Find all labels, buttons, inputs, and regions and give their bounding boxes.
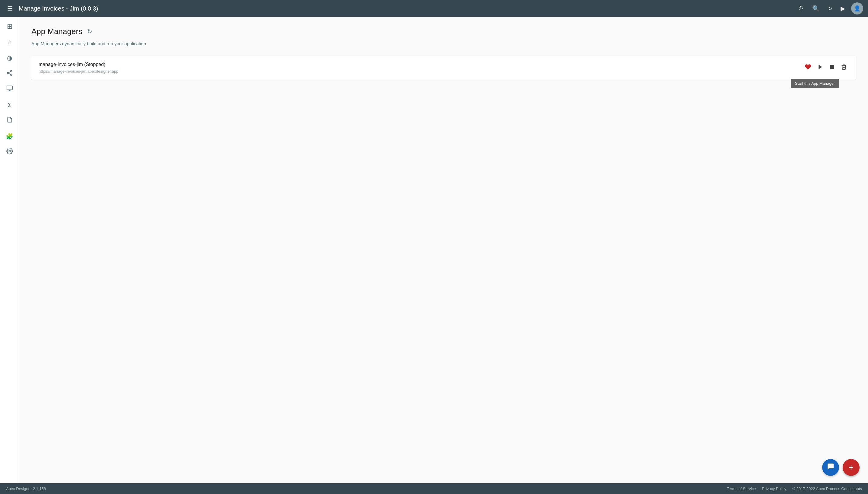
page-description: App Managers dynamically build and run y… [31,41,856,46]
sidebar-item-apps-grid[interactable]: ⊞ [2,19,17,34]
avatar-initials: 👤 [854,5,861,12]
add-fab-button[interactable]: + [843,459,860,476]
plus-icon: + [849,463,853,472]
page-refresh-icon: ↻ [87,28,92,35]
svg-marker-9 [818,65,822,69]
start-tooltip: Start this App Manager [791,79,839,88]
navbar: ☰ Manage Invoices - Jim (0.0.3) ⏱ 🔍 ↻ ▶ … [0,0,868,17]
play-icon [817,64,823,72]
sidebar-item-desktop[interactable] [2,82,17,96]
sidebar-item-document[interactable] [2,113,17,128]
privacy-policy-link[interactable]: Privacy Policy [762,487,786,491]
svg-point-1 [7,72,9,74]
card-info: manage-invoices-jim (Stopped) https://ma… [39,62,118,74]
puzzle-icon: 🧩 [6,133,13,140]
delete-button[interactable] [839,62,849,73]
refresh-icon: ↻ [828,6,832,12]
start-button[interactable] [815,62,825,73]
svg-point-2 [10,74,12,75]
stop-button[interactable] [828,62,837,73]
favorite-button[interactable] [803,62,813,74]
search-icon: 🔍 [812,5,820,12]
main-content: App Managers ↻ App Managers dynamically … [19,17,868,483]
navbar-play-button[interactable]: ▶ [838,2,848,15]
history-button[interactable]: ⏱ [796,3,806,14]
footer: Apex Designer 2.1.158 Terms of Service P… [0,483,868,494]
terms-of-service-link[interactable]: Terms of Service [727,487,756,491]
navbar-title: Manage Invoices - Jim (0.0.3) [19,5,792,12]
chat-icon [827,463,834,472]
search-button[interactable]: 🔍 [810,2,822,15]
main-layout: ⊞ ⌂ ◑ Σ [0,17,868,483]
footer-links: Terms of Service Privacy Policy © 2017-2… [727,487,862,491]
sidebar-item-home[interactable]: ⌂ [2,35,17,50]
delete-icon [841,64,847,72]
svg-line-4 [9,72,11,72]
svg-point-0 [10,70,12,72]
page-title: App Managers [31,27,82,36]
sigma-icon: Σ [7,102,11,109]
sidebar: ⊞ ⌂ ◑ Σ [0,17,19,483]
chat-button[interactable] [822,459,839,476]
sidebar-item-share[interactable] [2,66,17,81]
avatar[interactable]: 👤 [851,2,863,15]
document-icon [7,116,13,125]
svg-point-8 [9,150,11,152]
heart-icon [805,64,811,72]
card-title: manage-invoices-jim (Stopped) [39,62,118,67]
home-icon: ⌂ [7,38,12,46]
sidebar-item-puzzle[interactable]: 🧩 [2,129,17,144]
menu-icon: ☰ [7,5,13,12]
app-manager-card: manage-invoices-jim (Stopped) https://ma… [31,56,856,80]
dashboard-icon: ◑ [7,54,12,61]
sidebar-item-dashboard[interactable]: ◑ [2,51,17,65]
sidebar-item-sigma[interactable]: Σ [2,98,17,112]
settings-icon [6,148,13,156]
svg-line-3 [9,73,11,74]
menu-button[interactable]: ☰ [5,2,15,15]
share-icon [7,70,13,77]
apps-grid-icon: ⊞ [7,23,12,31]
page-header: App Managers ↻ [31,26,856,36]
card-actions: Start this App Manager [803,62,849,74]
navbar-refresh-button[interactable]: ↻ [826,3,834,14]
card-url: https://manage-invoices-jim.apexdesigner… [39,69,118,74]
desktop-icon [6,85,13,94]
play-icon: ▶ [841,5,845,12]
copyright-label: © 2017-2022 Apex Process Consultants [792,487,862,491]
page-refresh-button[interactable]: ↻ [86,26,94,36]
history-icon: ⏱ [798,5,804,12]
svg-rect-5 [7,86,12,90]
stop-icon [829,64,835,71]
sidebar-item-settings[interactable] [2,145,17,159]
version-label: Apex Designer 2.1.158 [6,487,46,491]
svg-rect-10 [830,65,834,69]
